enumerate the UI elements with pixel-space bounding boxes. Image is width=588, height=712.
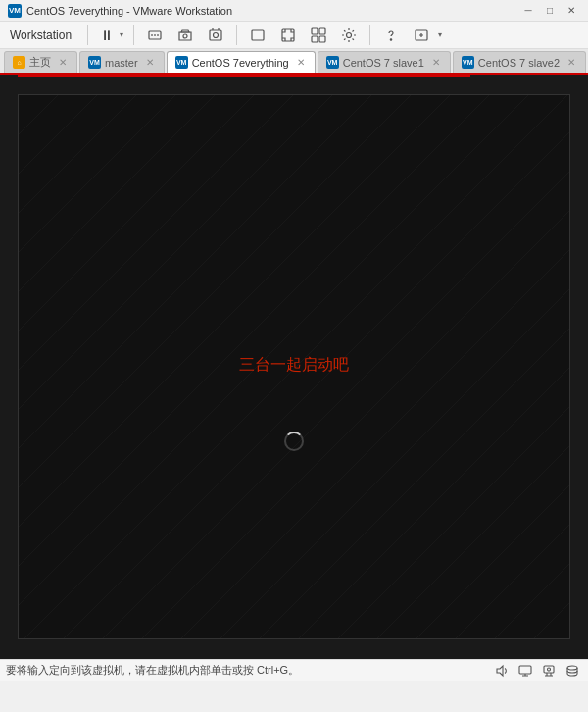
status-sound-icon[interactable] bbox=[492, 662, 512, 680]
pause-arrow-icon: ▾ bbox=[118, 30, 125, 39]
tb-fullscreen-button[interactable] bbox=[274, 23, 302, 48]
vm-status-text: 三台一起启动吧 bbox=[239, 355, 349, 376]
tab-home-label: 主页 bbox=[29, 55, 51, 70]
status-storage-icon[interactable] bbox=[563, 662, 582, 680]
window-controls: ─ □ ✕ bbox=[519, 4, 580, 18]
tb-send-key-button[interactable] bbox=[141, 23, 169, 48]
svg-point-6 bbox=[214, 32, 219, 37]
maximize-button[interactable]: □ bbox=[541, 4, 559, 18]
status-network-icon[interactable] bbox=[539, 662, 559, 680]
status-icons bbox=[492, 662, 582, 680]
tab-slave2-label: CentOS 7 slave2 bbox=[478, 57, 560, 69]
window-title: CentOS 7everything - VMware Workstation bbox=[26, 5, 519, 17]
tb-help-button[interactable] bbox=[377, 23, 405, 48]
svg-point-4 bbox=[183, 34, 187, 38]
tab-slave2[interactable]: VM CentOS 7 slave2 ✕ bbox=[453, 51, 586, 73]
tab-master[interactable]: VM master ✕ bbox=[79, 51, 165, 73]
tab-home[interactable]: ⌂ 主页 ✕ bbox=[4, 51, 77, 73]
svg-rect-8 bbox=[282, 29, 294, 41]
svg-rect-19 bbox=[519, 666, 531, 674]
svg-rect-20 bbox=[544, 666, 554, 673]
svg-rect-11 bbox=[312, 36, 318, 42]
vm-loading-spinner bbox=[284, 432, 304, 451]
menu-workstation[interactable]: Workstation bbox=[4, 25, 77, 46]
more-arrow-icon: ▾ bbox=[438, 30, 442, 39]
svg-point-13 bbox=[347, 32, 352, 37]
tb-normal-view[interactable] bbox=[244, 23, 271, 48]
home-tab-icon: ⌂ bbox=[13, 56, 25, 69]
svg-rect-9 bbox=[312, 28, 318, 34]
tab-slave1-close[interactable]: ✕ bbox=[430, 57, 442, 69]
tab-centos7everything[interactable]: VM CentOS 7everything ✕ bbox=[167, 51, 316, 73]
title-bar: VM CentOS 7everything - VMware Workstati… bbox=[0, 0, 588, 22]
master-tab-icon: VM bbox=[88, 56, 101, 69]
slave2-tab-icon: VM bbox=[462, 56, 474, 69]
status-vm-icon[interactable] bbox=[515, 662, 535, 680]
svg-point-21 bbox=[548, 668, 551, 671]
svg-rect-10 bbox=[319, 28, 325, 34]
svg-rect-7 bbox=[252, 30, 264, 40]
svg-rect-5 bbox=[210, 30, 221, 40]
tab-master-close[interactable]: ✕ bbox=[144, 57, 156, 69]
toolbar-sep-1 bbox=[87, 25, 88, 45]
svg-rect-12 bbox=[319, 36, 325, 42]
tab-master-label: master bbox=[105, 57, 138, 69]
tb-snapshot-button[interactable] bbox=[202, 23, 229, 48]
toolbar-sep-4 bbox=[369, 25, 370, 45]
tab-slave1-label: CentOS 7 slave1 bbox=[343, 57, 424, 69]
app-icon: VM bbox=[8, 4, 22, 18]
tab-home-close[interactable]: ✕ bbox=[57, 57, 69, 69]
menu-bar: Workstation ⏸ ▾ bbox=[0, 22, 588, 49]
tab-slave1[interactable]: VM CentOS 7 slave1 ✕ bbox=[318, 51, 451, 73]
svg-point-14 bbox=[390, 38, 391, 39]
vm-content-area[interactable]: 三台一起启动吧 bbox=[0, 75, 588, 659]
pause-button[interactable]: ⏸ ▾ bbox=[95, 23, 126, 48]
svg-marker-18 bbox=[497, 666, 503, 676]
pause-icon: ⏸ bbox=[96, 27, 118, 43]
toolbar-sep-2 bbox=[133, 25, 134, 45]
minimize-button[interactable]: ─ bbox=[519, 4, 537, 18]
tb-more-button[interactable] bbox=[408, 23, 435, 48]
vm-display[interactable]: 三台一起启动吧 bbox=[18, 94, 570, 639]
tb-screenshot-button[interactable] bbox=[172, 23, 199, 48]
tab-bar: ⌂ 主页 ✕ VM master ✕ VM CentOS 7everything… bbox=[0, 49, 588, 75]
tb-settings-button[interactable] bbox=[335, 23, 363, 48]
slave1-tab-icon: VM bbox=[326, 56, 339, 69]
toolbar-sep-3 bbox=[236, 25, 237, 45]
centos7everything-tab-icon: VM bbox=[175, 56, 188, 69]
tab-slave2-close[interactable]: ✕ bbox=[565, 57, 577, 69]
status-bar: 要将输入定向到该虚拟机，请在虚拟机内部单击或按 Ctrl+G。 bbox=[0, 659, 588, 681]
red-indicator-line bbox=[18, 75, 470, 77]
tab-centos7everything-close[interactable]: ✕ bbox=[295, 57, 307, 69]
close-button[interactable]: ✕ bbox=[563, 4, 580, 18]
status-message: 要将输入定向到该虚拟机，请在虚拟机内部单击或按 Ctrl+G。 bbox=[6, 663, 492, 678]
svg-point-22 bbox=[567, 666, 577, 670]
spinner-ring bbox=[284, 432, 304, 451]
tb-unity-button[interactable] bbox=[305, 23, 332, 48]
tab-centos7everything-label: CentOS 7everything bbox=[192, 57, 289, 69]
